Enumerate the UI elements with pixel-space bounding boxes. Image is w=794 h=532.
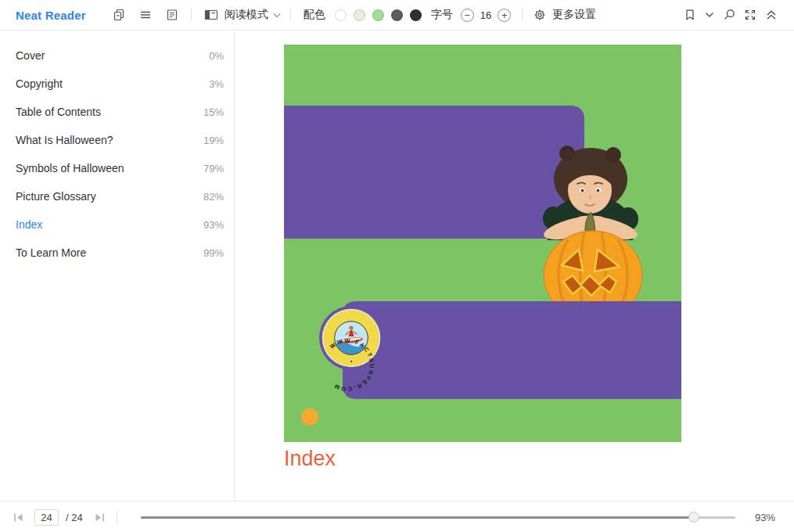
chapter-label: Picture Glossary xyxy=(16,190,96,203)
chevron-down-icon xyxy=(705,12,714,18)
progress-handle[interactable] xyxy=(688,512,699,523)
progress-fill xyxy=(141,516,694,519)
chapter-percent: 3% xyxy=(209,78,224,90)
bookmark-dropdown-button[interactable] xyxy=(705,12,714,18)
reading-mode-button[interactable]: 阅读模式 xyxy=(204,8,281,22)
collapse-toolbar-button[interactable] xyxy=(765,9,778,21)
toolbar-divider xyxy=(191,9,192,21)
progress-percent-label: 93% xyxy=(755,501,775,532)
color-swatch[interactable] xyxy=(372,9,384,21)
orange-dot xyxy=(301,408,318,426)
notes-button[interactable] xyxy=(166,9,178,21)
sidebar-item[interactable]: What Is Halloween? 19% xyxy=(0,126,234,154)
toc-icon xyxy=(139,9,152,21)
sidebar-item[interactable]: Table of Contents 15% xyxy=(0,98,234,126)
footer-divider xyxy=(117,511,117,523)
bookmark-button[interactable] xyxy=(684,9,696,21)
chevron-down-icon xyxy=(273,13,281,18)
book-pages-button[interactable] xyxy=(113,9,125,21)
last-page-icon[interactable] xyxy=(94,512,106,523)
total-pages-label: / 24 xyxy=(66,512,83,523)
chapter-percent: 79% xyxy=(203,163,224,174)
chapter-label: Symbols of Halloween xyxy=(16,162,124,174)
color-swatch[interactable] xyxy=(391,9,403,21)
chapter-percent: 82% xyxy=(203,191,224,203)
chapter-label: To Learn More xyxy=(16,246,86,259)
top-toolbar: Neat Reader 阅读 xyxy=(0,0,794,31)
pager: / 24 xyxy=(13,501,117,532)
chapter-percent: 0% xyxy=(209,50,224,62)
search-button[interactable] xyxy=(723,9,735,21)
first-page-icon[interactable] xyxy=(13,512,24,523)
more-settings-button[interactable]: 更多设置 xyxy=(534,8,596,22)
font-size-value: 16 xyxy=(480,9,491,21)
reading-mode-label: 阅读模式 xyxy=(225,8,268,22)
app-logo[interactable]: Neat Reader xyxy=(16,9,86,22)
sidebar-item[interactable]: Index 93% xyxy=(0,210,234,239)
gear-icon xyxy=(534,9,546,21)
sidebar-item[interactable]: To Learn More 99% xyxy=(0,239,234,267)
fullscreen-button[interactable] xyxy=(744,9,756,21)
neat-reader-window: Neat Reader 阅读 xyxy=(0,0,794,532)
toolbar-divider xyxy=(522,9,523,21)
bottom-bar: / 24 93% xyxy=(0,501,794,532)
toc-list: Cover 0% Copyright 3% Table of Contents … xyxy=(0,41,234,267)
chapter-label: Cover xyxy=(16,49,45,62)
chapter-percent: 19% xyxy=(203,135,224,146)
sidebar-item[interactable]: Cover 0% xyxy=(0,41,234,70)
color-swatch[interactable] xyxy=(354,9,365,21)
chapter-label: Table of Contents xyxy=(16,106,101,118)
chapter-label: What Is Halloween? xyxy=(16,134,113,146)
pages-icon xyxy=(113,9,125,21)
chapter-percent: 99% xyxy=(203,247,224,259)
toolbar-divider xyxy=(290,9,291,21)
collapse-icon xyxy=(765,9,778,21)
toc-sidebar: Cover 0% Copyright 3% Table of Contents … xyxy=(0,31,235,501)
font-size-label: 字号 xyxy=(431,8,453,22)
font-size-increase-button[interactable]: + xyxy=(498,9,511,22)
sidebar-item[interactable]: Symbols of Halloween 79% xyxy=(0,154,234,182)
color-swatch[interactable] xyxy=(335,9,347,21)
color-scheme-label: 配色 xyxy=(304,8,325,22)
bookmark-icon xyxy=(684,9,696,21)
chapter-label: Index xyxy=(16,218,42,231)
search-icon xyxy=(723,9,735,21)
font-size-decrease-button[interactable]: − xyxy=(461,9,474,22)
current-page-input[interactable] xyxy=(34,509,59,526)
page-title: Index xyxy=(284,447,336,471)
layout-icon xyxy=(204,9,218,21)
table-of-contents-button[interactable] xyxy=(139,9,152,21)
sidebar-item[interactable]: Copyright 3% xyxy=(0,70,234,98)
book-page-image: WWW.FACTSURFER.COM xyxy=(284,45,681,442)
chapter-label: Copyright xyxy=(16,77,63,90)
more-settings-label: 更多设置 xyxy=(552,8,596,22)
color-swatches xyxy=(335,9,422,21)
toolbar-right-group xyxy=(684,9,778,21)
reader-content: WWW.FACTSURFER.COM Index xyxy=(235,31,794,501)
sidebar-item[interactable]: Picture Glossary 82% xyxy=(0,182,234,210)
notes-icon xyxy=(166,9,178,21)
chapter-percent: 15% xyxy=(203,106,224,118)
progress-slider[interactable] xyxy=(141,516,735,519)
color-swatch[interactable] xyxy=(410,9,422,21)
chapter-percent: 93% xyxy=(203,219,224,231)
fullscreen-icon xyxy=(744,9,756,21)
